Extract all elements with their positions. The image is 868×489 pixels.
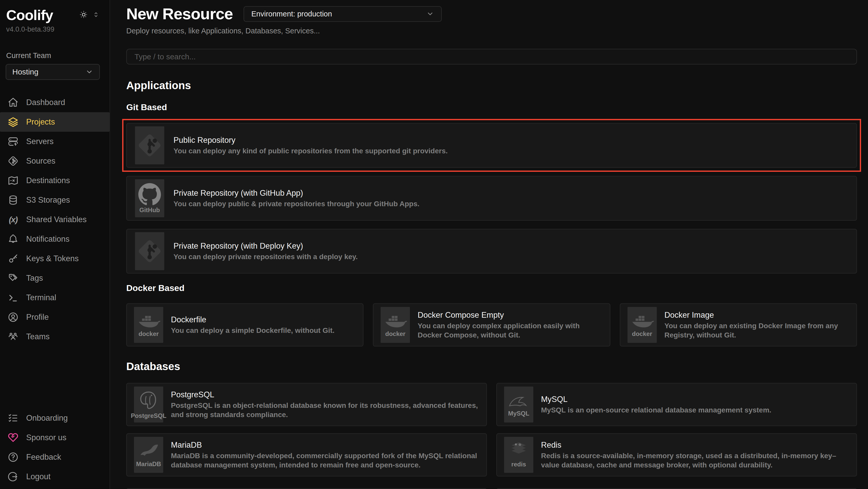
chevron-down-icon — [86, 68, 93, 76]
home-icon — [7, 96, 19, 108]
resource-card-public-repository[interactable]: Public Repository You can deploy any kin… — [126, 123, 857, 168]
logout-icon — [7, 471, 19, 483]
sidebar-footer: Onboarding Sponsor us Feedback Logout — [0, 408, 109, 486]
card-title: Private Repository (with GitHub App) — [174, 188, 420, 198]
environment-select[interactable]: Environment: production — [244, 6, 442, 22]
docker-icon: docker — [381, 307, 410, 343]
resource-card-postgresql[interactable]: PostgreSQL PostgreSQL PostgreSQL is an o… — [126, 383, 487, 426]
sidebar-item-logout[interactable]: Logout — [0, 467, 109, 486]
card-description: You can deploy a simple Dockerfile, with… — [171, 326, 334, 335]
mysql-icon: MySQL — [504, 386, 533, 423]
sidebar-item-label: S3 Storages — [26, 196, 70, 205]
theme-selector-chevrons-icon[interactable] — [93, 11, 99, 18]
tags-icon — [7, 272, 19, 284]
database-icon — [7, 194, 19, 206]
terminal-icon — [7, 292, 19, 304]
sidebar-item-projects[interactable]: Projects — [0, 112, 110, 132]
heart-icon — [7, 432, 19, 443]
sidebar-item-label: Servers — [26, 137, 54, 146]
sidebar-item-profile[interactable]: Profile — [0, 308, 110, 327]
sidebar-item-teams[interactable]: Teams — [0, 327, 110, 346]
card-description: You can deploy any kind of public reposi… — [174, 146, 447, 156]
redis-icon: redis — [504, 437, 533, 473]
users-icon — [7, 331, 19, 343]
mariadb-wordmark: MariaDB — [136, 461, 161, 467]
card-description: MySQL is an open-source relational datab… — [541, 405, 771, 415]
chevron-down-icon — [426, 10, 434, 18]
page-subtitle: Deploy resources, like Applications, Dat… — [126, 26, 857, 35]
git-icon — [135, 232, 164, 270]
card-title: PostgreSQL — [171, 390, 479, 400]
docker-wordmark: docker — [632, 330, 652, 337]
subsection-docker-based: Docker Based — [126, 283, 857, 293]
sidebar-item-dashboard[interactable]: Dashboard — [0, 93, 110, 112]
sidebar-item-label: Feedback — [26, 453, 61, 462]
card-title: Public Repository — [174, 135, 447, 145]
resource-card-mariadb[interactable]: MariaDB MariaDB MariaDB is a community-d… — [126, 433, 487, 477]
sidebar-item-onboarding[interactable]: Onboarding — [0, 408, 109, 428]
sidebar: Coolify v4.0.0-beta.399 Current Team Hos… — [0, 0, 110, 489]
resource-card-docker-image[interactable]: docker Docker Image You can deploy an ex… — [620, 303, 857, 346]
card-description: PostgreSQL is an object-relational datab… — [171, 401, 479, 420]
resource-card-private-repository-github-app[interactable]: GitHub Private Repository (with GitHub A… — [126, 176, 857, 221]
git-icon — [135, 126, 164, 164]
page-title: New Resource — [126, 5, 233, 23]
card-title: Redis — [541, 440, 849, 450]
card-description: MariaDB is a community-developed, commer… — [171, 451, 479, 470]
team-select-value: Hosting — [12, 67, 38, 76]
team-select[interactable]: Hosting — [6, 64, 100, 80]
sidebar-item-keys-tokens[interactable]: Keys & Tokens — [0, 249, 110, 268]
card-title: Docker Compose Empty — [417, 310, 602, 320]
sidebar-item-sources[interactable]: Sources — [0, 151, 110, 171]
key-icon — [7, 253, 19, 264]
sidebar-item-label: Sponsor us — [26, 433, 66, 442]
sidebar-item-label: Sources — [26, 156, 56, 166]
sidebar-item-feedback[interactable]: Feedback — [0, 448, 109, 467]
bell-icon — [7, 233, 19, 245]
resource-card-mysql[interactable]: MySQL MySQL MySQL is an open-source rela… — [496, 383, 857, 426]
docker-icon: docker — [134, 307, 163, 343]
sidebar-item-destinations[interactable]: Destinations — [0, 171, 110, 190]
sidebar-item-label: Onboarding — [26, 413, 68, 423]
sidebar-item-label: Profile — [26, 313, 49, 322]
variable-icon: (x) — [7, 214, 19, 226]
sidebar-item-servers[interactable]: Servers — [0, 132, 110, 151]
card-title: MySQL — [541, 394, 771, 404]
sidebar-item-label: Projects — [26, 117, 55, 126]
server-icon — [7, 136, 19, 147]
card-description: Redis is a source-available, in-memory s… — [541, 451, 849, 470]
card-description: You can deploy complex application easil… — [417, 321, 602, 340]
sidebar-item-label: Shared Variables — [26, 215, 87, 224]
sidebar-item-notifications[interactable]: Notifications — [0, 229, 110, 249]
sidebar-item-sponsor-us[interactable]: Sponsor us — [0, 428, 109, 448]
resource-card-private-repository-deploy-key[interactable]: Private Repository (with Deploy Key) You… — [126, 229, 857, 274]
card-description: You can deploy an existing Docker Image … — [664, 321, 849, 340]
sidebar-item-s3-storages[interactable]: S3 Storages — [0, 190, 110, 210]
section-databases: Databases — [126, 360, 857, 373]
theme-toggle-sun-icon[interactable] — [79, 10, 88, 19]
sidebar-item-terminal[interactable]: Terminal — [0, 288, 110, 308]
card-title: Private Repository (with Deploy Key) — [174, 241, 358, 251]
current-team-label: Current Team — [0, 33, 110, 60]
postgresql-icon: PostgreSQL — [134, 386, 163, 423]
sidebar-item-shared-variables[interactable]: (x) Shared Variables — [0, 210, 110, 229]
resource-card-redis[interactable]: redis Redis Redis is a source-available,… — [496, 433, 857, 477]
map-icon — [7, 175, 19, 186]
help-icon — [7, 451, 19, 463]
search-input[interactable] — [126, 49, 857, 64]
sidebar-item-tags[interactable]: Tags — [0, 268, 110, 288]
sidebar-item-label: Destinations — [26, 176, 70, 185]
app-version: v4.0.0-beta.399 — [0, 23, 110, 33]
checklist-icon — [7, 412, 19, 424]
resource-card-docker-compose-empty[interactable]: docker Docker Compose Empty You can depl… — [373, 303, 610, 346]
main-content: New Resource Environment: production Dep… — [110, 0, 868, 489]
card-description: You can deploy public & private reposito… — [174, 199, 420, 208]
docker-wordmark: docker — [385, 330, 405, 337]
resource-card-dockerfile[interactable]: docker Dockerfile You can deploy a simpl… — [126, 303, 364, 346]
sidebar-item-label: Tags — [26, 274, 43, 283]
sidebar-item-label: Keys & Tokens — [26, 254, 79, 263]
mariadb-icon: MariaDB — [134, 437, 163, 473]
environment-select-value: Environment: production — [251, 10, 332, 18]
app-logo: Coolify — [6, 7, 53, 23]
postgresql-wordmark: PostgreSQL — [131, 412, 166, 419]
